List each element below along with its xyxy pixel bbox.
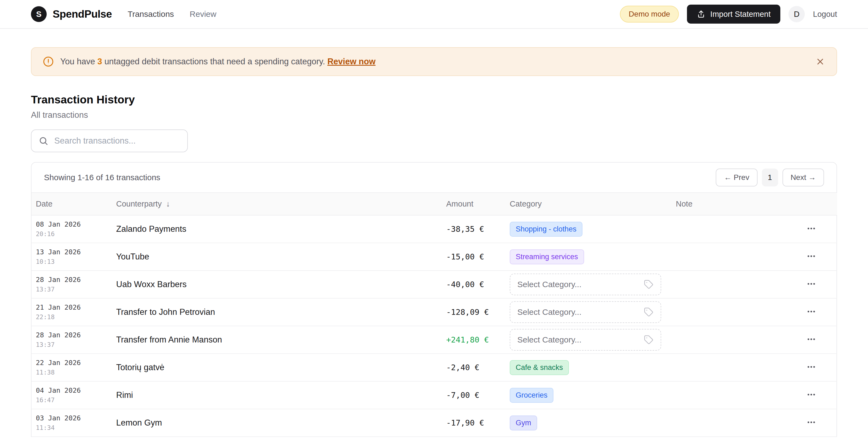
transaction-amount: -38,35 €	[446, 224, 484, 234]
search-box	[31, 129, 188, 152]
category-cell: Streaming services	[505, 243, 672, 271]
note-cell	[672, 243, 785, 271]
transaction-time: 13:37	[36, 341, 107, 348]
more-horizontal-icon	[806, 251, 816, 261]
topbar-right-group: Demo mode Import Statement D Logout	[620, 5, 837, 24]
column-header-counterparty[interactable]: Counterparty↓	[112, 193, 442, 215]
counterparty-cell: Zalando Payments	[112, 215, 442, 243]
column-header-category: Category	[505, 193, 672, 215]
date-cell: 28 Jan 2026 13:37	[31, 326, 112, 354]
category-badge[interactable]: Streaming services	[510, 249, 584, 264]
nav-item-review[interactable]: Review	[190, 9, 216, 19]
amount-cell: -15,00 €	[442, 243, 505, 271]
import-statement-label: Import Statement	[710, 10, 771, 19]
counterparty-cell: Lemon Gym	[112, 409, 442, 437]
review-now-link[interactable]: Review now	[327, 57, 375, 66]
category-select-placeholder: Select Category...	[517, 335, 581, 344]
transaction-amount: -17,90 €	[446, 418, 484, 427]
more-horizontal-icon	[806, 362, 816, 372]
category-badge[interactable]: Gym	[510, 415, 537, 431]
more-horizontal-icon	[806, 335, 816, 344]
category-cell: Shopping - clothes	[505, 215, 672, 243]
counterparty-cell: Rimi	[112, 381, 442, 409]
note-cell	[672, 215, 785, 243]
note-cell	[672, 354, 785, 381]
amount-cell: -38,35 €	[442, 215, 505, 243]
amount-cell: -2,40 €	[442, 354, 505, 381]
transaction-time: 22:18	[36, 313, 107, 321]
actions-cell	[785, 243, 837, 271]
transaction-date: 28 Jan 2026	[36, 331, 107, 339]
page-title: Transaction History	[31, 93, 837, 106]
date-cell: 21 Jan 2026 22:18	[31, 298, 112, 326]
main-nav: Transactions Review	[128, 9, 216, 19]
category-select-placeholder: Select Category...	[517, 308, 581, 317]
page-subtitle: All transactions	[31, 110, 837, 120]
category-cell: Select Category...	[505, 271, 672, 298]
brand-name: SpendPulse	[53, 8, 112, 20]
transaction-date: 03 Jan 2026	[36, 414, 107, 422]
category-select[interactable]: Select Category...	[510, 301, 661, 323]
alert-circle-icon	[43, 56, 54, 67]
transaction-time: 13:37	[36, 286, 107, 293]
tag-icon	[644, 307, 654, 317]
note-cell	[672, 298, 785, 326]
date-cell: 13 Jan 2026 10:13	[31, 243, 112, 271]
more-horizontal-icon	[806, 224, 816, 233]
pagination: ← Prev 1 Next →	[716, 168, 824, 186]
counterparty-cell: Transfer to John Petrovian	[112, 298, 442, 326]
counterparty-cell: Totorių gatvė	[112, 354, 442, 381]
actions-cell	[785, 215, 837, 243]
upload-icon	[697, 10, 706, 19]
category-select[interactable]: Select Category...	[510, 329, 661, 351]
alert-text-prefix: You have	[60, 57, 97, 66]
more-horizontal-icon	[806, 417, 816, 427]
amount-cell: -17,90 €	[442, 409, 505, 437]
row-actions-button[interactable]	[806, 224, 816, 233]
results-summary: Showing 1-16 of 16 transactions	[44, 173, 160, 182]
row-actions-button[interactable]	[806, 251, 816, 261]
prev-page-button[interactable]: ← Prev	[716, 168, 757, 186]
date-cell: 03 Jan 2026 11:34	[31, 409, 112, 437]
user-avatar[interactable]: D	[788, 6, 805, 22]
next-page-button[interactable]: Next →	[782, 168, 824, 186]
row-actions-button[interactable]	[806, 335, 816, 344]
top-navigation-bar: S SpendPulse Transactions Review Demo mo…	[0, 0, 868, 29]
amount-cell: -7,00 €	[442, 381, 505, 409]
table-row: 08 Jan 2026 20:16 Zalando Payments -38,3…	[31, 215, 837, 243]
row-actions-button[interactable]	[806, 279, 816, 289]
nav-item-transactions[interactable]: Transactions	[128, 9, 174, 19]
table-row: 28 Jan 2026 13:37 Transfer from Annie Ma…	[31, 326, 837, 354]
transaction-date: 21 Jan 2026	[36, 304, 107, 312]
alert-text-suffix: untagged debit transactions that need a …	[102, 57, 327, 66]
transactions-table: Date Counterparty↓ Amount Category Note …	[31, 192, 837, 437]
alert-close-button[interactable]	[815, 57, 825, 66]
brand-logo: S	[31, 6, 47, 22]
category-badge[interactable]: Cafe & snacks	[510, 360, 569, 375]
row-actions-button[interactable]	[806, 362, 816, 372]
row-actions-button[interactable]	[806, 390, 816, 400]
counterparty-name: YouTube	[116, 252, 149, 261]
counterparty-cell: Uab Woxx Barbers	[112, 271, 442, 298]
import-statement-button[interactable]: Import Statement	[687, 5, 780, 24]
actions-cell	[785, 354, 837, 381]
table-row: 22 Jan 2026 11:38 Totorių gatvė -2,40 € …	[31, 354, 837, 381]
row-actions-button[interactable]	[806, 417, 816, 427]
search-input[interactable]	[54, 136, 180, 146]
category-select[interactable]: Select Category...	[510, 274, 661, 295]
transaction-amount: -40,00 €	[446, 280, 484, 289]
category-badge[interactable]: Shopping - clothes	[510, 222, 583, 237]
transaction-time: 20:16	[36, 230, 107, 238]
actions-cell	[785, 381, 837, 409]
transaction-time: 10:13	[36, 258, 107, 265]
tag-icon	[644, 280, 654, 289]
logout-link[interactable]: Logout	[813, 10, 837, 19]
row-actions-button[interactable]	[806, 307, 816, 316]
table-row: 03 Jan 2026 11:34 Lemon Gym -17,90 € Gym	[31, 409, 837, 437]
untagged-alert-banner: You have 3 untagged debit transactions t…	[31, 47, 837, 76]
counterparty-name: Zalando Payments	[116, 224, 186, 234]
column-header-note: Note	[672, 193, 785, 215]
category-badge[interactable]: Groceries	[510, 388, 553, 403]
note-cell	[672, 409, 785, 437]
alert-message: You have 3 untagged debit transactions t…	[60, 57, 376, 66]
